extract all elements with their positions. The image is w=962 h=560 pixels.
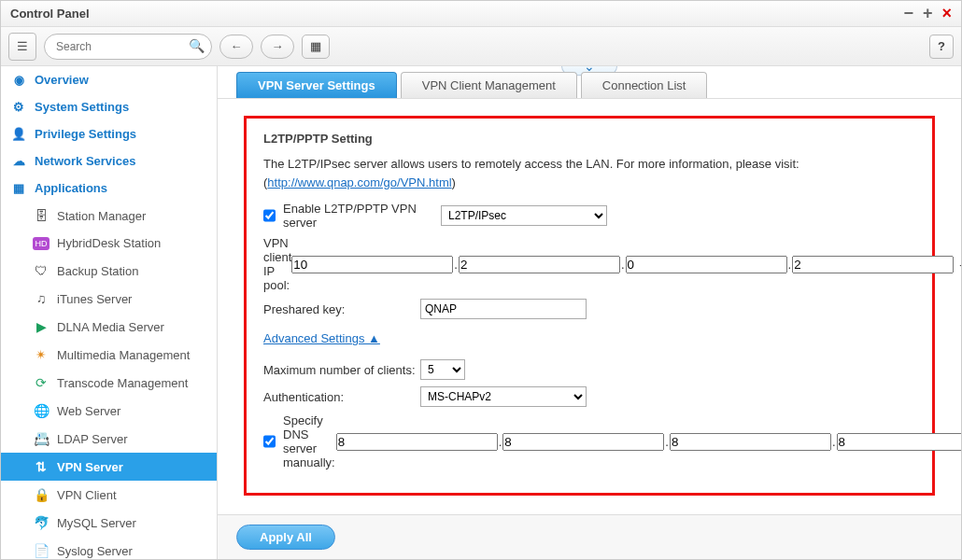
backup-icon: 🛡 [33, 263, 50, 278]
advanced-settings-toggle[interactable]: Advanced Settings ▲ [263, 331, 380, 345]
l2tp-desc: The L2TP/IPsec server allows users to re… [263, 155, 915, 192]
apps-grid-button[interactable]: ▦ [302, 35, 330, 59]
maximize-icon[interactable]: + [923, 4, 933, 23]
enable-l2tp-label: Enable L2TP/PPTP VPN server [263, 202, 441, 230]
vpn-type-select[interactable]: L2TP/IPsec [441, 205, 607, 226]
hd-icon: HD [33, 237, 50, 250]
sidebar-item-multimedia[interactable]: ✴Multimedia Management [1, 341, 217, 369]
sidebar-item-station-manager[interactable]: 🗄Station Manager [1, 202, 217, 230]
l2tp-title: L2TP/PPTP Setting [263, 132, 915, 146]
search-input[interactable] [44, 34, 212, 60]
sidebar-item-transcode[interactable]: ⟳Transcode Management [1, 369, 217, 397]
titlebar: Control Panel − + × [1, 1, 961, 27]
close-icon[interactable]: × [941, 4, 952, 23]
window-title: Control Panel [10, 7, 90, 21]
sidebar-item-dlna[interactable]: ▶DLNA Media Server [1, 313, 217, 341]
tab-connection-list[interactable]: Connection List [581, 72, 708, 98]
dns-ip: . . . [336, 433, 961, 451]
dns-2[interactable] [502, 433, 664, 451]
max-clients-select[interactable]: 5 [420, 359, 465, 380]
psk-label: Preshared key: [263, 302, 420, 316]
tab-vpn-server-settings[interactable]: VPN Server Settings [236, 72, 397, 98]
apps-icon: ▦ [10, 181, 27, 195]
dns-1[interactable] [336, 433, 498, 451]
content-area: L2TP/PPTP Setting The L2TP/IPsec server … [218, 99, 961, 514]
pool-label: VPN client IP pool: [263, 236, 291, 292]
sidebar-item-syslog[interactable]: 📄Syslog Server [1, 537, 217, 559]
sidebar-cat-overview[interactable]: ◉Overview [1, 66, 217, 93]
sidebar-toggle-button[interactable]: ☰ [8, 33, 36, 61]
pool-start-3[interactable] [626, 256, 787, 273]
sidebar-item-webserver[interactable]: 🌐Web Server [1, 397, 217, 425]
apply-all-button[interactable]: Apply All [236, 525, 335, 550]
pool-start-1[interactable] [291, 256, 453, 273]
sidebar-cat-system[interactable]: ⚙System Settings [1, 93, 217, 120]
sidebar-item-vpn-server[interactable]: ⇅VPN Server [1, 453, 217, 481]
toolbar: ☰ 🔍 ← → ▦ ? [1, 27, 961, 66]
search-input-wrap: 🔍 [44, 34, 212, 60]
forward-button[interactable]: → [261, 35, 294, 59]
dns-manual-checkbox[interactable] [263, 435, 276, 448]
ip-pool-start: . . . [291, 256, 954, 273]
dlna-icon: ▶ [33, 319, 50, 334]
max-clients-label: Maximum number of clients: [263, 363, 420, 377]
back-button[interactable]: ← [219, 35, 253, 59]
auth-select[interactable]: MS-CHAPv2 [420, 386, 587, 407]
overview-icon: ◉ [10, 73, 27, 87]
sidebar-cat-privilege[interactable]: 👤Privilege Settings [1, 120, 217, 147]
cloud-icon: ☁ [10, 154, 27, 168]
sidebar-cat-applications[interactable]: ▦Applications [1, 175, 217, 202]
syslog-icon: 📄 [33, 543, 50, 558]
vpn-server-icon: ⇅ [33, 459, 50, 474]
mysql-icon: 🐬 [33, 515, 50, 530]
multimedia-icon: ✴ [33, 347, 50, 362]
l2tp-info-link[interactable]: http://www.qnap.com/go/VPN.html [267, 175, 451, 189]
sidebar-item-backup[interactable]: 🛡Backup Station [1, 257, 217, 285]
station-icon: 🗄 [33, 208, 50, 223]
sidebar-item-vpn-client[interactable]: 🔒VPN Client [1, 481, 217, 509]
search-icon: 🔍 [189, 38, 205, 53]
psk-input[interactable] [420, 299, 587, 319]
auth-label: Authentication: [263, 390, 420, 404]
sidebar-item-itunes[interactable]: ♫iTunes Server [1, 285, 217, 313]
globe-icon: 🌐 [33, 403, 50, 418]
dns-4[interactable] [837, 433, 962, 451]
minimize-icon[interactable]: − [903, 4, 913, 23]
transcode-icon: ⟳ [33, 375, 50, 390]
user-icon: 👤 [10, 127, 27, 141]
lock-icon: 🔒 [33, 487, 50, 502]
tab-row: VPN Server Settings VPN Client Managemen… [218, 72, 961, 99]
sidebar-cat-network[interactable]: ☁Network Services [1, 147, 217, 175]
pool-start-2[interactable] [459, 256, 620, 273]
sidebar-item-hybriddesk[interactable]: HDHybridDesk Station [1, 230, 217, 257]
help-button[interactable]: ? [929, 35, 954, 59]
gear-icon: ⚙ [10, 100, 27, 114]
music-icon: ♫ [33, 291, 50, 306]
tab-vpn-client-management[interactable]: VPN Client Management [401, 72, 577, 98]
dns-label: Specify DNS server manually: [263, 413, 336, 469]
sidebar-item-mysql[interactable]: 🐬MySQL Server [1, 509, 217, 537]
l2tp-section-highlight: L2TP/PPTP Setting The L2TP/IPsec server … [244, 116, 935, 496]
sidebar-item-ldap[interactable]: 📇LDAP Server [1, 425, 217, 453]
footer: Apply All [218, 514, 961, 559]
dns-3[interactable] [670, 433, 831, 451]
sidebar: ◉Overview ⚙System Settings 👤Privilege Se… [1, 66, 218, 559]
pool-start-4[interactable] [792, 256, 954, 273]
enable-l2tp-checkbox[interactable] [263, 209, 276, 222]
ldap-icon: 📇 [33, 431, 50, 446]
